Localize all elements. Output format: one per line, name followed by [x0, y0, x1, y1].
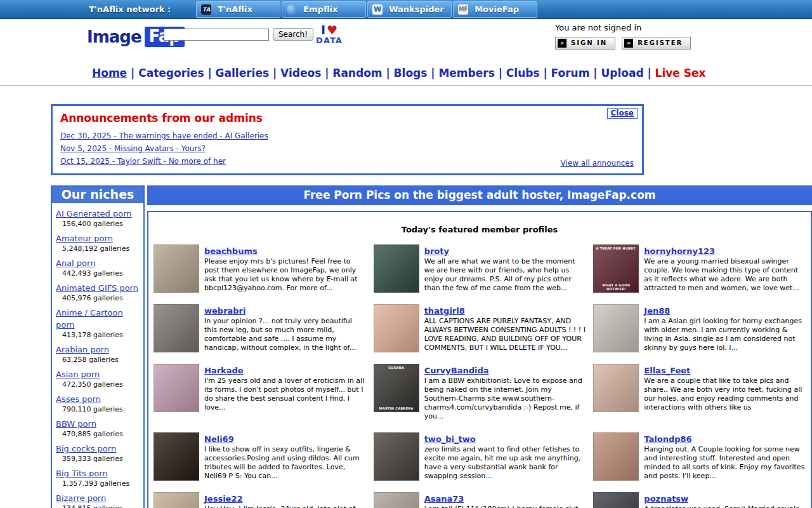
niche-gallery-count: 359,333 galleries — [56, 455, 141, 463]
register-button[interactable]: » REGISTER — [622, 37, 691, 50]
profile-thumbnail[interactable] — [154, 364, 199, 412]
profile-thumbnail[interactable] — [374, 432, 419, 481]
profile-thumbnail[interactable] — [154, 432, 199, 481]
profile-name-link[interactable]: webrabri — [204, 306, 246, 316]
nav-link[interactable]: Blogs — [394, 67, 428, 79]
niche-link[interactable]: Arabian porn — [56, 345, 109, 354]
network-site-button[interactable]: Empflix — [282, 1, 366, 18]
profile-thumbnail[interactable] — [593, 432, 639, 481]
announcement-link[interactable]: Dec 30, 2025 - The warnings have ended -… — [60, 131, 268, 140]
announcement-link[interactable]: Nov 5, 2025 - Missing Avatars - Yours? — [60, 144, 206, 153]
niche-link[interactable]: BBW porn — [56, 419, 96, 429]
nav-link[interactable]: Upload — [601, 67, 643, 79]
niches-sidebar: Our niches AI Generated porn 156,400 gal… — [51, 185, 145, 508]
profile-thumbnail[interactable] — [374, 492, 419, 508]
network-site-icon: W — [372, 4, 383, 15]
network-site-button[interactable]: TA T'nAflix — [196, 1, 280, 18]
profile-thumbnail[interactable] — [593, 492, 639, 508]
niche-link[interactable]: Bizarre porn — [56, 493, 106, 503]
network-site-label: Empflix — [303, 4, 337, 14]
nav-link[interactable]: Live Sex — [655, 67, 706, 79]
nav-link[interactable]: Random — [332, 67, 382, 79]
announcement-link[interactable]: Oct 15, 2025 - Taylor Swift - No more of… — [60, 157, 226, 166]
profile-name-link[interactable]: Asana73 — [424, 494, 464, 504]
niche-item: Big Tits porn 1,357,393 galleries — [52, 463, 143, 488]
profile-thumbnail[interactable]: A TREAT FOR HUBBY. WHAT A GOOD HOTWIFE! — [593, 244, 639, 293]
niche-gallery-count: 1,357,393 galleries — [56, 479, 141, 488]
search-form: Search! — [164, 28, 313, 41]
nav-item: Clubs — [506, 67, 551, 79]
profile-thumbnail[interactable] — [593, 304, 639, 352]
profile-thumbnail[interactable] — [154, 304, 199, 352]
profile-thumbnail[interactable]: SUSANA MARTIN CABRERA — [374, 364, 419, 412]
nav-item: Members — [438, 67, 506, 79]
featured-profile-card: Harkade I'm 25 years old and a lover of … — [154, 364, 366, 421]
nav-item: Categories — [138, 67, 215, 79]
profile-description: i am tall (5' 11" (180cm) ) horny female… — [424, 505, 586, 508]
nav-item: Random — [332, 67, 393, 79]
network-site-button[interactable]: W Wankspider — [367, 1, 452, 18]
profile-thumbnail[interactable] — [154, 244, 199, 293]
search-input[interactable] — [164, 29, 269, 41]
profile-name-link[interactable]: thatgirl8 — [424, 306, 465, 316]
network-site-buttons: TA T'nAflix Empflix W Wankspider MF Movi… — [196, 1, 537, 18]
niche-link[interactable]: AI Generated porn — [56, 209, 132, 218]
profile-name-link[interactable]: broty — [424, 246, 449, 256]
profile-name-link[interactable]: Harkade — [204, 366, 244, 375]
profile-description: Hey Hey :) I'm Jessie, 24yrs old. Into a… — [204, 505, 366, 508]
main-nav: Home Categories Galleries Videos Random … — [92, 67, 812, 79]
profile-name-link[interactable]: beachbums — [204, 246, 258, 256]
profile-name-link[interactable]: Jessie22 — [204, 494, 243, 504]
niche-link[interactable]: Asian porn — [56, 370, 100, 379]
sign-in-button[interactable]: » SIGN IN — [555, 37, 615, 50]
profile-name-link[interactable]: hornyhorny123 — [644, 246, 715, 256]
nav-item: Videos — [280, 67, 332, 79]
network-site-icon: TA — [201, 4, 211, 15]
profile-thumbnail[interactable] — [593, 364, 639, 412]
profile-name-link[interactable]: poznatsw — [644, 494, 688, 504]
niche-gallery-count: 5,248,192 galleries — [56, 244, 141, 253]
profile-name-link[interactable]: two_bi_two — [424, 434, 476, 444]
logo-text-image: Image — [87, 27, 141, 46]
profile-name-link[interactable]: Neli69 — [204, 434, 234, 444]
nav-link[interactable]: Videos — [280, 67, 321, 79]
niche-link[interactable]: Asses porn — [56, 394, 101, 404]
nav-item: Home — [92, 67, 138, 79]
profile-name-link[interactable]: Jen88 — [644, 306, 670, 316]
profile-thumbnail[interactable] — [374, 244, 419, 293]
nav-link[interactable]: Members — [438, 67, 494, 79]
featured-profile-card: Jessie22 Hey Hey :) I'm Jessie, 24yrs ol… — [154, 492, 366, 508]
close-button[interactable]: Close — [607, 108, 638, 119]
nav-link[interactable]: Home — [92, 67, 127, 79]
featured-profile-card: broty We all are what we want to be the … — [374, 244, 586, 293]
niche-link[interactable]: Animated GIFS porn — [56, 283, 138, 293]
niche-link[interactable]: Big cocks porn — [56, 444, 116, 453]
niche-gallery-count: 134,815 galleries — [56, 504, 141, 508]
niche-link[interactable]: Big Tits porn — [56, 469, 108, 478]
profile-name-link[interactable]: CurvyBandida — [424, 366, 489, 375]
profile-name-link[interactable]: Talondp86 — [644, 434, 691, 444]
thumbnail-caption-bottom: MARTIN CABRERA — [374, 406, 419, 410]
profile-thumbnail[interactable] — [154, 492, 199, 508]
search-button[interactable]: Search! — [273, 28, 313, 41]
profile-name-link[interactable]: Ellas_Feet — [644, 366, 690, 375]
featured-profile-card: A TREAT FOR HUBBY. WHAT A GOOD HOTWIFE! … — [593, 244, 806, 293]
niche-link[interactable]: Anal porn — [56, 258, 95, 268]
niche-gallery-count: 405,976 galleries — [56, 294, 141, 302]
profile-description: I am a Asian girl looking for horny exch… — [644, 317, 806, 352]
profile-thumbnail[interactable] — [374, 304, 419, 352]
nav-link[interactable]: Galleries — [216, 67, 269, 79]
nav-link[interactable]: Categories — [138, 67, 204, 79]
header-divider — [0, 85, 812, 86]
thumbnail-caption-top: SUSANA — [374, 366, 419, 370]
niche-link[interactable]: Amateur porn — [56, 234, 113, 243]
view-all-announces-link[interactable]: View all announces — [561, 159, 634, 168]
network-site-button[interactable]: MF MovieFap — [453, 1, 537, 18]
nav-link[interactable]: Clubs — [506, 67, 540, 79]
niche-link[interactable]: Anime / Cartoon porn — [56, 308, 123, 330]
nav-link[interactable]: Forum — [551, 67, 590, 79]
profile-description: ALL CAPTIONS ARE PURELY FANTASY, AND ALW… — [424, 317, 586, 352]
niche-item: BBW porn 470,885 galleries — [52, 413, 143, 438]
nav-item: Blogs — [394, 67, 439, 79]
i-love-data-logo[interactable]: I ♥ DATA — [315, 25, 344, 45]
